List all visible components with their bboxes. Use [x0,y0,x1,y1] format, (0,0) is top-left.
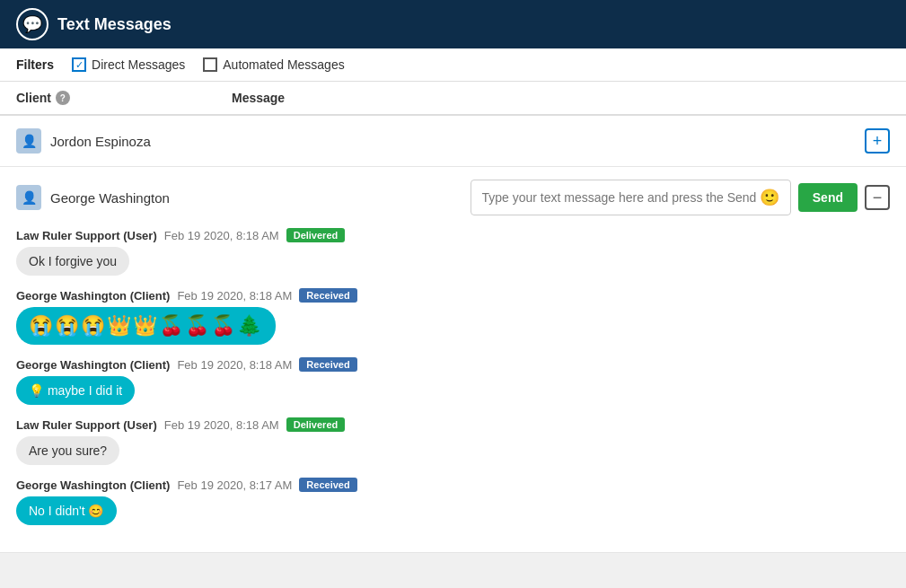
message-block-4: Law Ruler Support (User) Feb 19 2020, 8:… [16,417,890,465]
send-button[interactable]: Send [798,183,858,212]
person-icon: 👤 [22,134,37,148]
collapse-button-george[interactable]: − [865,185,890,210]
client-row-header-george: 👤 George Washington 🙂 Send − [0,167,906,228]
bubble-2: 😭😭😭👑👑🍒🍒🍒🌲 [16,307,276,345]
table-header: Client ? Message [0,82,906,116]
client-row-george-washington: 👤 George Washington 🙂 Send − Law Ruler S… [0,167,906,553]
client-name-jordon: Jordon Espinoza [50,134,890,149]
chat-icon: 💬 [22,14,42,34]
time-4: Feb 19 2020, 8:18 AM [164,418,279,432]
expand-button-jordon[interactable]: + [865,128,890,154]
message-block-3: George Washington (Client) Feb 19 2020, … [16,357,890,405]
sender-5: George Washington (Client) [16,478,170,492]
avatar-george: 👤 [16,185,41,210]
bubble-4: Are you sure? [16,436,119,465]
app-header: 💬 Text Messages [0,0,906,48]
bubble-3: 💡 maybe I did it [16,376,135,405]
app-title: Text Messages [57,15,172,34]
time-2: Feb 19 2020, 8:18 AM [177,289,292,303]
avatar-jordon: 👤 [16,128,41,154]
messages-list: Law Ruler Support (User) Feb 19 2020, 8:… [16,228,890,552]
message-input[interactable] [482,190,760,205]
automated-messages-filter[interactable]: Automated Messages [203,57,344,72]
message-input-wrapper[interactable]: 🙂 [471,180,791,215]
filters-label: Filters [16,57,54,72]
client-row-header-jordon: 👤 Jordon Espinoza + [0,116,906,166]
message-block-1: Law Ruler Support (User) Feb 19 2020, 8:… [16,228,890,276]
emoji-button[interactable]: 🙂 [760,188,779,207]
message-meta-2: George Washington (Client) Feb 19 2020, … [16,288,890,303]
bubble-1: Ok I forgive you [16,247,129,276]
time-3: Feb 19 2020, 8:18 AM [177,358,292,372]
badge-5: Received [299,478,356,492]
messages-area-george: Law Ruler Support (User) Feb 19 2020, 8:… [0,228,906,552]
badge-1: Delivered [286,228,346,242]
message-block-2: George Washington (Client) Feb 19 2020, … [16,288,890,345]
badge-4: Delivered [286,417,346,432]
client-name-george: George Washington [50,190,471,206]
app-icon: 💬 [16,8,48,40]
message-meta-4: Law Ruler Support (User) Feb 19 2020, 8:… [16,417,890,432]
direct-messages-label: Direct Messages [92,57,185,72]
help-icon[interactable]: ? [56,91,70,105]
client-col-label: Client [16,91,51,105]
direct-messages-checkbox[interactable]: ✓ [72,57,86,72]
message-meta-3: George Washington (Client) Feb 19 2020, … [16,357,890,372]
sender-2: George Washington (Client) [16,289,170,303]
message-meta-1: Law Ruler Support (User) Feb 19 2020, 8:… [16,228,890,242]
time-5: Feb 19 2020, 8:17 AM [177,478,292,492]
sender-1: Law Ruler Support (User) [16,229,157,242]
sender-3: George Washington (Client) [16,358,170,372]
automated-messages-checkbox[interactable] [203,57,217,72]
message-meta-5: George Washington (Client) Feb 19 2020, … [16,478,890,492]
filters-bar: Filters ✓ Direct Messages Automated Mess… [0,48,906,82]
badge-3: Received [299,357,356,372]
column-client: Client ? [16,91,232,105]
direct-messages-filter[interactable]: ✓ Direct Messages [72,57,185,72]
sender-4: Law Ruler Support (User) [16,418,157,432]
message-block-5: George Washington (Client) Feb 19 2020, … [16,478,890,525]
emoji-content-2: 😭😭😭👑👑🍒🍒🍒🌲 [29,314,263,337]
automated-messages-label: Automated Messages [223,57,344,72]
column-message: Message [232,91,890,105]
bubble-5: No I didn't 😊 [16,496,117,525]
time-1: Feb 19 2020, 8:18 AM [164,229,279,242]
person-icon-george: 👤 [22,190,37,205]
badge-2: Received [299,288,356,303]
client-row-jordon-espinoza: 👤 Jordon Espinoza + [0,116,906,167]
